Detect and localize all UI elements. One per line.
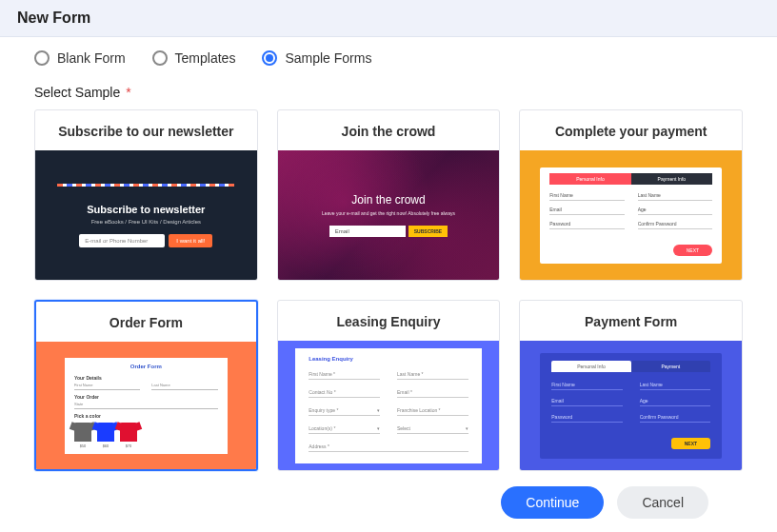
preview-field: First Name <box>74 383 140 390</box>
card-title: Subscribe to our newsletter <box>35 110 257 150</box>
card-title: Order Form <box>36 302 256 342</box>
dialog-header: New Form <box>0 0 777 37</box>
radio-sample-forms[interactable]: Sample Forms <box>262 50 371 66</box>
preview-next-button: NEXT <box>673 245 712 256</box>
preview-field: Email <box>549 207 624 215</box>
preview-field: State <box>74 402 218 409</box>
preview-field: Last Name * <box>397 371 468 380</box>
preview-section: Your Details <box>74 375 218 381</box>
preview-field: First Name <box>549 192 624 201</box>
preview-heading: Subscribe to newsletter <box>57 204 234 215</box>
shirt-icon <box>97 423 114 442</box>
decorative-stripe <box>57 184 234 187</box>
preview-section: Pick a color <box>74 413 218 419</box>
sample-card-crowd[interactable]: Join the crowd Join the crowd Leave your… <box>277 109 501 281</box>
preview-field: Confirm Password <box>640 414 710 423</box>
shirt-icon <box>120 423 137 442</box>
preview-field: Last Name <box>151 383 217 390</box>
radio-icon <box>152 50 168 66</box>
form-type-radio-group: Blank Form Templates Sample Forms <box>34 50 743 66</box>
preview-field: Confirm Password <box>638 221 712 229</box>
card-title: Complete your payment <box>520 110 742 150</box>
preview-field: Last Name <box>638 192 712 201</box>
preview-button: SUBSCRIBE <box>408 226 448 237</box>
preview-field: First Name <box>551 382 622 390</box>
preview-field: Email <box>551 398 622 406</box>
card-preview: Personal Info Payment Info First Name La… <box>520 150 742 280</box>
preview-field: First Name * <box>309 371 380 380</box>
preview-field: Last Name <box>640 382 710 390</box>
dialog-content: Blank Form Templates Sample Forms Select… <box>0 37 777 532</box>
radio-icon <box>34 50 50 66</box>
sample-card-payment-form[interactable]: Payment Form Personal Info Payment First… <box>519 300 743 471</box>
preview-field: Email * <box>397 389 468 398</box>
preview-input: Email <box>329 226 406 237</box>
preview-heading: Order Form <box>74 364 218 369</box>
preview-field: Password <box>551 414 622 423</box>
preview-button: I want it all! <box>169 234 212 247</box>
preview-section: Your Order <box>74 394 218 400</box>
dialog-footer: Continue Cancel <box>34 471 743 519</box>
preview-field: Password <box>549 221 624 229</box>
preview-field: Address * <box>309 443 468 452</box>
card-title: Join the crowd <box>278 110 500 150</box>
preview-field: Contact No * <box>309 389 380 398</box>
select-sample-label: Select Sample * <box>34 85 743 100</box>
preview-shirts <box>74 423 218 442</box>
preview-tab-personal: Personal Info <box>549 173 630 185</box>
preview-field: Enquiry type * <box>309 407 380 416</box>
sample-card-leasing[interactable]: Leasing Enquiry Leasing Enquiry First Na… <box>277 300 501 471</box>
radio-label: Templates <box>175 50 236 66</box>
preview-field: Age <box>638 207 712 215</box>
shirt-icon <box>74 423 91 442</box>
sample-card-newsletter[interactable]: Subscribe to our newsletter Subscribe to… <box>34 109 258 281</box>
sample-card-order-form[interactable]: Order Form Order Form Your Details First… <box>34 300 258 471</box>
preview-subheading: Free eBooks / Free UI Kits / Design Arti… <box>57 219 234 225</box>
required-indicator: * <box>126 85 130 100</box>
preview-prices: $50 $60 $70 <box>74 443 218 448</box>
card-preview: Personal Info Payment First Name Last Na… <box>520 341 742 470</box>
preview-heading: Join the crowd <box>300 193 477 207</box>
card-title: Leasing Enquiry <box>278 301 500 341</box>
card-title: Payment Form <box>520 301 742 341</box>
card-preview: Leasing Enquiry First Name * Last Name *… <box>278 341 500 470</box>
radio-label: Blank Form <box>57 50 126 66</box>
preview-tab-personal: Personal Info <box>551 361 630 372</box>
card-preview: Order Form Your Details First Name Last … <box>36 342 256 469</box>
continue-button[interactable]: Continue <box>501 486 604 519</box>
preview-tab-payment: Payment Info <box>631 173 712 185</box>
sample-grid: Subscribe to our newsletter Subscribe to… <box>34 109 743 471</box>
preview-tab-payment: Payment <box>631 361 710 372</box>
preview-field: Location(s) * <box>309 425 380 434</box>
preview-subheading: Leave your e-mail and get the right now!… <box>300 210 477 216</box>
card-preview: Join the crowd Leave your e-mail and get… <box>278 150 500 280</box>
radio-blank-form[interactable]: Blank Form <box>34 50 126 66</box>
card-preview: Subscribe to newsletter Free eBooks / Fr… <box>35 150 257 280</box>
radio-icon-selected <box>262 50 277 66</box>
radio-templates[interactable]: Templates <box>152 50 236 66</box>
sample-card-complete-payment[interactable]: Complete your payment Personal Info Paym… <box>519 109 743 281</box>
preview-input: E-mail or Phone Number <box>79 234 165 247</box>
preview-next-button: NEXT <box>671 438 710 449</box>
preview-field: Select <box>397 425 468 434</box>
cancel-button[interactable]: Cancel <box>617 486 708 519</box>
preview-field: Age <box>640 398 710 406</box>
radio-label: Sample Forms <box>285 50 371 66</box>
preview-heading: Leasing Enquiry <box>309 356 468 362</box>
dialog-title: New Form <box>17 10 760 27</box>
preview-field: Franchise Location * <box>397 407 468 416</box>
